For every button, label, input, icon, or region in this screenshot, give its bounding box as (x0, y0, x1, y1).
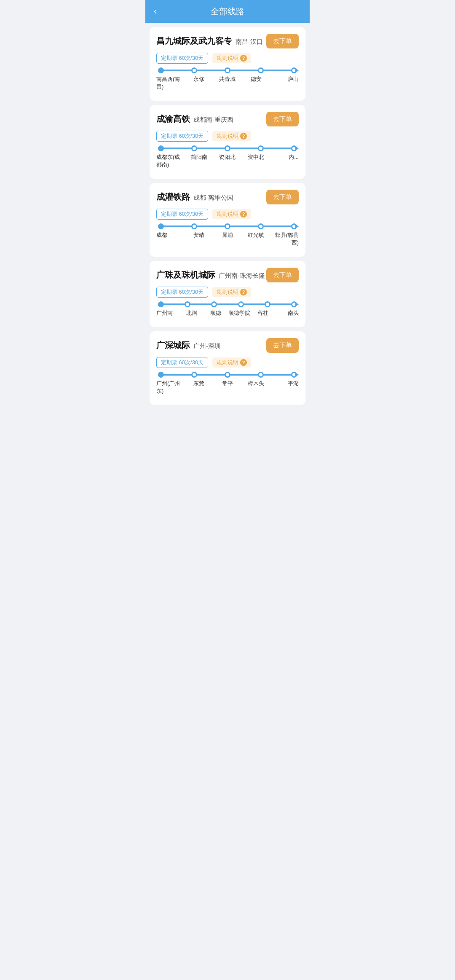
card-subtitle-2: 成都南-重庆西 (193, 116, 233, 124)
dot-2-2 (225, 145, 230, 151)
dot-5-1 (191, 372, 197, 378)
dot-4-5 (291, 301, 297, 307)
station-labels-2: 成都东(成都南)简阳南资阳北资中北内... (156, 153, 299, 169)
station-label-4-0: 广州南 (156, 309, 180, 317)
tag-orange-5[interactable]: 规则说明 ? (212, 357, 251, 368)
tag-blue-3: 定期票 60次/30天 (156, 209, 208, 220)
station-dots-1 (158, 67, 297, 73)
cards-list: 昌九城际及武九客专南昌-汉口去下单定期票 60次/30天规则说明 ?南昌西(南昌… (145, 27, 310, 405)
dot-3-3 (258, 223, 264, 229)
dot-1-1 (191, 67, 197, 73)
dot-1-4 (291, 67, 297, 73)
tag-orange-1[interactable]: 规则说明 ? (212, 53, 251, 63)
tag-orange-2[interactable]: 规则说明 ? (212, 131, 251, 141)
station-dots-2 (158, 145, 297, 151)
station-line-2: 成都东(成都南)简阳南资阳北资中北内... (156, 148, 299, 169)
station-label-4-2: 顺德 (204, 309, 228, 317)
card-header-1: 昌九城际及武九客专南昌-汉口去下单 (156, 34, 299, 48)
order-button-4[interactable]: 去下单 (266, 268, 299, 282)
info-icon-1: ? (240, 55, 247, 62)
station-label-3-0: 成都 (156, 231, 185, 247)
dot-4-4 (265, 301, 270, 307)
title-group-4: 广珠及珠机城际广州南-珠海长隆 (156, 269, 266, 281)
route-card-4: 广珠及珠机城际广州南-珠海长隆去下单定期票 60次/30天规则说明 ?广州南北滘… (150, 261, 305, 327)
dot-4-1 (185, 301, 190, 307)
route-card-2: 成渝高铁成都南-重庆西去下单定期票 60次/30天规则说明 ?成都东(成都南)简… (150, 105, 305, 179)
station-label-2-3: 资中北 (242, 153, 270, 169)
tag-blue-1: 定期票 60次/30天 (156, 53, 208, 64)
dot-1-2 (225, 67, 230, 73)
title-group-2: 成渝高铁成都南-重庆西 (156, 113, 266, 125)
tag-orange-3[interactable]: 规则说明 ? (212, 209, 251, 219)
station-dots-5 (158, 372, 297, 378)
dot-1-0 (158, 67, 164, 73)
card-subtitle-3: 成都-离堆公园 (193, 194, 233, 202)
station-label-3-2: 犀浦 (213, 231, 242, 247)
tags-row-2: 定期票 60次/30天规则说明 ? (156, 131, 299, 142)
station-line-3: 成都安靖犀浦红光镇郫县(郫县西) (156, 226, 299, 247)
page-title: 全部线路 (211, 6, 244, 17)
station-label-3-1: 安靖 (185, 231, 214, 247)
tags-row-5: 定期票 60次/30天规则说明 ? (156, 357, 299, 368)
info-icon-3: ? (240, 211, 247, 217)
tag-blue-2: 定期票 60次/30天 (156, 131, 208, 142)
station-label-2-1: 简阳南 (185, 153, 214, 169)
dot-1-3 (258, 67, 264, 73)
card-title-3: 成灌铁路 (156, 191, 190, 203)
dot-2-0 (158, 145, 164, 151)
dot-5-0 (158, 372, 164, 378)
card-subtitle-4: 广州南-珠海长隆 (219, 272, 265, 280)
tag-orange-4[interactable]: 规则说明 ? (212, 287, 251, 297)
station-label-4-1: 北滘 (180, 309, 203, 317)
station-labels-3: 成都安靖犀浦红光镇郫县(郫县西) (156, 231, 299, 247)
tag-blue-5: 定期票 60次/30天 (156, 357, 208, 368)
route-card-5: 广深城际广州-深圳去下单定期票 60次/30天规则说明 ?广州(广州东)东莞常平… (150, 331, 305, 405)
info-icon-2: ? (240, 133, 247, 140)
order-button-5[interactable]: 去下单 (266, 338, 299, 353)
station-label-5-4: 平湖 (270, 380, 299, 395)
dot-4-2 (211, 301, 217, 307)
card-header-4: 广珠及珠机城际广州南-珠海长隆去下单 (156, 268, 299, 282)
title-group-3: 成灌铁路成都-离堆公园 (156, 191, 266, 203)
station-label-5-3: 樟木头 (242, 380, 270, 395)
card-subtitle-5: 广州-深圳 (193, 342, 221, 350)
dot-2-1 (191, 145, 197, 151)
station-labels-5: 广州(广州东)东莞常平樟木头平湖 (156, 380, 299, 395)
line-track-4 (158, 303, 297, 305)
card-header-2: 成渝高铁成都南-重庆西去下单 (156, 112, 299, 126)
tags-row-4: 定期票 60次/30天规则说明 ? (156, 287, 299, 298)
card-header-5: 广深城际广州-深圳去下单 (156, 338, 299, 353)
dot-4-0 (158, 301, 164, 307)
order-button-3[interactable]: 去下单 (266, 190, 299, 204)
station-label-4-3: 顺德学院 (228, 309, 251, 317)
line-track-5 (158, 374, 297, 376)
tag-blue-4: 定期票 60次/30天 (156, 287, 208, 298)
station-line-5: 广州(广州东)东莞常平樟木头平湖 (156, 374, 299, 395)
station-label-3-3: 红光镇 (242, 231, 270, 247)
station-dots-3 (158, 223, 297, 229)
dot-2-4 (291, 145, 297, 151)
dot-3-1 (191, 223, 197, 229)
card-title-2: 成渝高铁 (156, 113, 190, 125)
station-labels-1: 南昌西(南昌)永修共青城德安庐山 (156, 75, 299, 91)
station-label-1-2: 共青城 (213, 75, 242, 91)
title-group-5: 广深城际广州-深圳 (156, 340, 266, 351)
station-labels-4: 广州南北滘顺德顺德学院容桂南头 (156, 309, 299, 317)
line-track-3 (158, 226, 297, 227)
route-card-3: 成灌铁路成都-离堆公园去下单定期票 60次/30天规则说明 ?成都安靖犀浦红光镇… (150, 183, 305, 257)
line-track-1 (158, 70, 297, 71)
order-button-2[interactable]: 去下单 (266, 112, 299, 126)
station-line-1: 南昌西(南昌)永修共青城德安庐山 (156, 70, 299, 91)
back-button[interactable]: ‹ (154, 6, 157, 17)
station-label-3-4: 郫县(郫县西) (270, 231, 299, 247)
station-label-1-1: 永修 (185, 75, 214, 91)
page-header: ‹ 全部线路 (145, 0, 310, 23)
station-dots-4 (158, 301, 297, 307)
station-line-4: 广州南北滘顺德顺德学院容桂南头 (156, 303, 299, 317)
title-group-1: 昌九城际及武九客专南昌-汉口 (156, 35, 266, 47)
station-label-2-0: 成都东(成都南) (156, 153, 185, 169)
order-button-1[interactable]: 去下单 (266, 34, 299, 48)
info-icon-4: ? (240, 289, 247, 295)
route-card-1: 昌九城际及武九客专南昌-汉口去下单定期票 60次/30天规则说明 ?南昌西(南昌… (150, 27, 305, 101)
dot-2-3 (258, 145, 264, 151)
